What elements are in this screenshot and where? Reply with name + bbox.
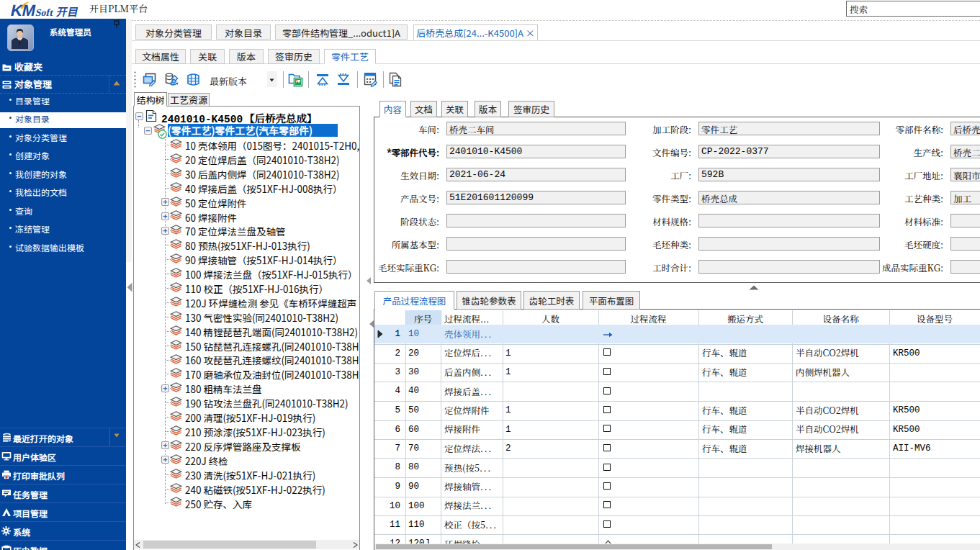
svg-text:Soft: Soft	[35, 6, 55, 18]
svg-text:开目: 开目	[55, 3, 81, 18]
svg-text:KM: KM	[9, 1, 37, 18]
